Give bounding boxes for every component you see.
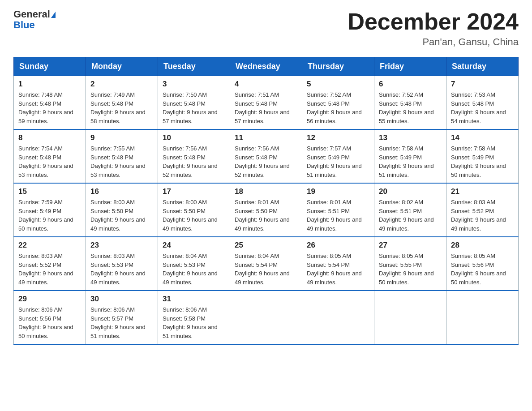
day-info: Sunrise: 7:53 AMSunset: 5:48 PMDaylight:… — [451, 90, 514, 125]
day-number: 8 — [18, 133, 81, 142]
calendar-cell: 20Sunrise: 8:02 AMSunset: 5:51 PMDayligh… — [374, 183, 446, 237]
day-info: Sunrise: 7:48 AMSunset: 5:48 PMDaylight:… — [18, 90, 81, 125]
calendar-cell: 23Sunrise: 8:03 AMSunset: 5:53 PMDayligh… — [86, 237, 158, 291]
day-info: Sunrise: 8:00 AMSunset: 5:50 PMDaylight:… — [163, 198, 225, 233]
day-number: 15 — [18, 187, 81, 196]
day-info: Sunrise: 8:05 AMSunset: 5:54 PMDaylight:… — [307, 252, 369, 287]
calendar-cell — [302, 291, 374, 344]
weekday-header-monday: Monday — [86, 57, 158, 76]
day-info: Sunrise: 7:52 AMSunset: 5:48 PMDaylight:… — [307, 90, 369, 125]
day-info: Sunrise: 8:02 AMSunset: 5:51 PMDaylight:… — [379, 198, 442, 233]
weekday-header-saturday: Saturday — [446, 57, 519, 76]
logo-general-row: General — [13, 9, 56, 20]
calendar-cell: 4Sunrise: 7:51 AMSunset: 5:48 PMDaylight… — [230, 76, 302, 130]
calendar-week-row: 29Sunrise: 8:06 AMSunset: 5:56 PMDayligh… — [14, 291, 519, 344]
day-info: Sunrise: 8:06 AMSunset: 5:58 PMDaylight:… — [163, 305, 225, 340]
day-info: Sunrise: 8:00 AMSunset: 5:50 PMDaylight:… — [90, 198, 153, 233]
calendar-cell: 12Sunrise: 7:57 AMSunset: 5:49 PMDayligh… — [302, 129, 374, 183]
calendar-cell: 25Sunrise: 8:04 AMSunset: 5:54 PMDayligh… — [230, 237, 302, 291]
calendar-week-row: 8Sunrise: 7:54 AMSunset: 5:48 PMDaylight… — [14, 129, 519, 183]
calendar-body: 1Sunrise: 7:48 AMSunset: 5:48 PMDaylight… — [14, 76, 519, 345]
day-info: Sunrise: 7:49 AMSunset: 5:48 PMDaylight:… — [90, 90, 153, 125]
day-number: 5 — [307, 80, 369, 89]
day-info: Sunrise: 7:58 AMSunset: 5:49 PMDaylight:… — [451, 144, 514, 179]
day-info: Sunrise: 8:01 AMSunset: 5:50 PMDaylight:… — [235, 198, 297, 233]
day-info: Sunrise: 7:50 AMSunset: 5:48 PMDaylight:… — [163, 90, 225, 125]
day-info: Sunrise: 8:04 AMSunset: 5:53 PMDaylight:… — [163, 252, 225, 287]
day-number: 11 — [235, 133, 297, 142]
logo: General Blue — [13, 9, 56, 30]
day-number: 12 — [307, 133, 369, 142]
logo-triangle-icon — [51, 12, 56, 18]
day-info: Sunrise: 7:56 AMSunset: 5:48 PMDaylight:… — [163, 144, 225, 179]
day-number: 16 — [90, 187, 153, 196]
month-title: December 2024 — [348, 9, 519, 34]
calendar-cell: 17Sunrise: 8:00 AMSunset: 5:50 PMDayligh… — [158, 183, 230, 237]
day-number: 9 — [90, 133, 153, 142]
day-number: 14 — [451, 133, 514, 142]
calendar-cell: 22Sunrise: 8:03 AMSunset: 5:52 PMDayligh… — [14, 237, 86, 291]
location-text: Pan'an, Gansu, China — [348, 36, 519, 48]
day-info: Sunrise: 8:04 AMSunset: 5:54 PMDaylight:… — [235, 252, 297, 287]
day-info: Sunrise: 8:03 AMSunset: 5:53 PMDaylight:… — [90, 252, 153, 287]
calendar-cell: 27Sunrise: 8:05 AMSunset: 5:55 PMDayligh… — [374, 237, 446, 291]
weekday-header-thursday: Thursday — [302, 57, 374, 76]
day-number: 22 — [18, 241, 81, 250]
day-number: 20 — [379, 187, 442, 196]
calendar-cell: 14Sunrise: 7:58 AMSunset: 5:49 PMDayligh… — [446, 129, 519, 183]
day-number: 30 — [90, 295, 153, 304]
calendar-cell — [446, 291, 519, 344]
calendar-cell: 6Sunrise: 7:52 AMSunset: 5:48 PMDaylight… — [374, 76, 446, 130]
day-number: 18 — [235, 187, 297, 196]
day-info: Sunrise: 8:05 AMSunset: 5:55 PMDaylight:… — [379, 252, 442, 287]
logo-general-text: General — [13, 9, 50, 20]
calendar-cell: 7Sunrise: 7:53 AMSunset: 5:48 PMDaylight… — [446, 76, 519, 130]
day-number: 7 — [451, 80, 514, 89]
day-number: 27 — [379, 241, 442, 250]
day-info: Sunrise: 7:55 AMSunset: 5:48 PMDaylight:… — [90, 144, 153, 179]
calendar-cell: 26Sunrise: 8:05 AMSunset: 5:54 PMDayligh… — [302, 237, 374, 291]
calendar-cell: 3Sunrise: 7:50 AMSunset: 5:48 PMDaylight… — [158, 76, 230, 130]
calendar-week-row: 15Sunrise: 7:59 AMSunset: 5:49 PMDayligh… — [14, 183, 519, 237]
weekday-header-wednesday: Wednesday — [230, 57, 302, 76]
day-info: Sunrise: 8:01 AMSunset: 5:51 PMDaylight:… — [307, 198, 369, 233]
day-info: Sunrise: 7:54 AMSunset: 5:48 PMDaylight:… — [18, 144, 81, 179]
calendar-cell: 30Sunrise: 8:06 AMSunset: 5:57 PMDayligh… — [86, 291, 158, 344]
day-number: 24 — [163, 241, 225, 250]
day-number: 19 — [307, 187, 369, 196]
calendar-cell: 19Sunrise: 8:01 AMSunset: 5:51 PMDayligh… — [302, 183, 374, 237]
day-info: Sunrise: 7:56 AMSunset: 5:48 PMDaylight:… — [235, 144, 297, 179]
day-info: Sunrise: 7:51 AMSunset: 5:48 PMDaylight:… — [235, 90, 297, 125]
calendar-cell: 2Sunrise: 7:49 AMSunset: 5:48 PMDaylight… — [86, 76, 158, 130]
day-info: Sunrise: 7:52 AMSunset: 5:48 PMDaylight:… — [379, 90, 442, 125]
calendar-header: SundayMondayTuesdayWednesdayThursdayFrid… — [14, 57, 519, 76]
day-info: Sunrise: 8:03 AMSunset: 5:52 PMDaylight:… — [451, 198, 514, 233]
weekday-header-friday: Friday — [374, 57, 446, 76]
calendar-cell: 21Sunrise: 8:03 AMSunset: 5:52 PMDayligh… — [446, 183, 519, 237]
calendar-cell: 18Sunrise: 8:01 AMSunset: 5:50 PMDayligh… — [230, 183, 302, 237]
day-info: Sunrise: 8:06 AMSunset: 5:56 PMDaylight:… — [18, 305, 81, 340]
calendar-cell: 28Sunrise: 8:05 AMSunset: 5:56 PMDayligh… — [446, 237, 519, 291]
calendar-cell: 16Sunrise: 8:00 AMSunset: 5:50 PMDayligh… — [86, 183, 158, 237]
calendar-cell — [374, 291, 446, 344]
day-number: 21 — [451, 187, 514, 196]
day-info: Sunrise: 8:06 AMSunset: 5:57 PMDaylight:… — [90, 305, 153, 340]
calendar-cell: 24Sunrise: 8:04 AMSunset: 5:53 PMDayligh… — [158, 237, 230, 291]
calendar-cell: 10Sunrise: 7:56 AMSunset: 5:48 PMDayligh… — [158, 129, 230, 183]
day-number: 2 — [90, 80, 153, 89]
day-number: 17 — [163, 187, 225, 196]
day-number: 4 — [235, 80, 297, 89]
day-info: Sunrise: 7:59 AMSunset: 5:49 PMDaylight:… — [18, 198, 81, 233]
calendar-cell: 15Sunrise: 7:59 AMSunset: 5:49 PMDayligh… — [14, 183, 86, 237]
calendar-cell: 13Sunrise: 7:58 AMSunset: 5:49 PMDayligh… — [374, 129, 446, 183]
day-number: 23 — [90, 241, 153, 250]
day-number: 25 — [235, 241, 297, 250]
day-number: 10 — [163, 133, 225, 142]
day-number: 31 — [163, 295, 225, 304]
title-area: December 2024 Pan'an, Gansu, China — [348, 9, 519, 48]
weekday-header-row: SundayMondayTuesdayWednesdayThursdayFrid… — [14, 57, 519, 76]
day-number: 13 — [379, 133, 442, 142]
day-number: 28 — [451, 241, 514, 250]
logo-blue-text: Blue — [13, 20, 56, 30]
weekday-header-sunday: Sunday — [14, 57, 86, 76]
